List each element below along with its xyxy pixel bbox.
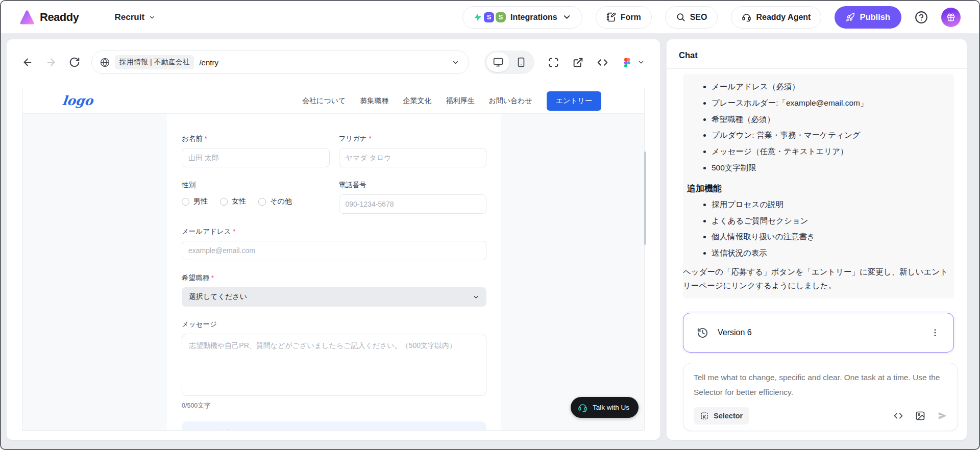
publish-label: Publish — [860, 12, 890, 22]
preview-toolbar: 採用情報 | 不動産会社 /entry — [22, 51, 645, 74]
readdy-logo-icon — [19, 10, 35, 25]
readdy-logo[interactable]: Readdy — [19, 10, 79, 25]
talk-with-us-button[interactable]: Talk with Us — [571, 397, 639, 418]
integrations-icons: S S — [473, 12, 506, 22]
open-external-icon[interactable] — [573, 57, 583, 68]
chevron-down-icon — [562, 12, 572, 22]
headset-icon — [578, 403, 587, 412]
furigana-label: フリガナ * — [339, 134, 487, 143]
chevron-down-icon[interactable] — [452, 59, 459, 66]
list-item: 希望職種（必須） — [712, 113, 954, 126]
talk-with-us-label: Talk with Us — [593, 404, 629, 411]
attach-image-icon[interactable] — [915, 411, 925, 421]
smartphone-icon — [516, 57, 526, 67]
job-label: 希望職種 * — [182, 273, 486, 283]
message-textarea[interactable] — [182, 334, 486, 396]
privacy-title: 個人情報の取り扱いについて — [204, 429, 476, 430]
site-nav-contact[interactable]: お問い合わせ — [488, 96, 532, 106]
list-item: 送信状況の表示 — [712, 247, 954, 260]
mobile-view-button[interactable] — [509, 53, 532, 72]
main-area: 採用情報 | 不動産会社 /entry — [1, 34, 979, 448]
selector-label: Selector — [714, 412, 743, 420]
email-label: メールアドレス * — [182, 227, 486, 236]
publish-button[interactable]: Publish — [835, 6, 901, 29]
integrations-label: Integrations — [510, 13, 557, 22]
gender-male-radio[interactable]: 男性 — [182, 197, 208, 206]
globe-icon — [100, 58, 110, 67]
project-switcher[interactable]: Recruit — [114, 12, 156, 22]
gender-other-radio[interactable]: その他 — [258, 197, 292, 206]
page-title-badge: 採用情報 | 不動産会社 — [115, 55, 194, 69]
site-nav-culture[interactable]: 企業文化 — [403, 96, 431, 106]
topbar-actions: S S Integrations Form SEO — [462, 6, 961, 29]
gift-icon — [946, 13, 955, 22]
site-body: お名前 * フリガナ * 性別 — [22, 114, 644, 430]
lightning-icon — [473, 13, 482, 22]
list-item: メールアドレス（必須） — [712, 81, 954, 93]
phone-label: 電話番号 — [339, 181, 487, 190]
form-label: Form — [621, 13, 641, 22]
site-nav: 会社について 募集職種 企業文化 福利厚生 お問い合わせ — [302, 96, 532, 106]
chat-panel: Chat メールアドレス（必須） プレースホルダー:「example@email… — [666, 39, 967, 440]
name-input[interactable] — [182, 148, 330, 167]
help-icon[interactable] — [915, 11, 928, 24]
seo-button[interactable]: SEO — [665, 6, 718, 29]
site-nav-about[interactable]: 会社について — [302, 96, 346, 106]
site-nav-benefits[interactable]: 福利厚生 — [446, 96, 474, 106]
preview-panel: 採用情報 | 不動産会社 /entry — [6, 39, 660, 440]
site-entry-button[interactable]: エントリー — [547, 91, 601, 111]
attach-code-icon[interactable] — [893, 411, 903, 421]
phone-input[interactable] — [339, 194, 487, 214]
composer-icons — [893, 411, 947, 421]
feature-list-1: メールアドレス（必須） プレースホルダー:「example@email.com」… — [683, 81, 954, 174]
project-name: Recruit — [114, 12, 144, 22]
site-nav-jobs[interactable]: 募集職種 — [360, 96, 388, 106]
email-input[interactable] — [182, 241, 486, 260]
job-select[interactable]: 選択してください — [182, 287, 486, 307]
job-select-value: 選択してください — [189, 292, 247, 302]
gender-female-radio[interactable]: 女性 — [220, 197, 246, 206]
furigana-input[interactable] — [339, 148, 487, 167]
monitor-icon — [493, 57, 503, 67]
search-icon — [676, 12, 685, 22]
figma-icon[interactable] — [622, 57, 632, 68]
chevron-down-icon[interactable] — [638, 59, 645, 66]
integrations-button[interactable]: S S Integrations — [462, 6, 582, 29]
rewards-avatar-button[interactable] — [941, 8, 961, 27]
privacy-notice: 個人情報の取り扱いについて ご入力いただいた個人情報は、採用選考の目的のみに使用… — [182, 421, 486, 430]
version-card[interactable]: Version 6 — [683, 313, 954, 353]
shopify-icon: S — [496, 12, 506, 22]
desktop-view-button[interactable] — [486, 53, 509, 72]
reload-icon[interactable] — [69, 57, 80, 68]
site-header: logo 会社について 募集職種 企業文化 福利厚生 お問い合わせ エントリー — [22, 88, 644, 114]
headset-icon — [742, 12, 751, 22]
chat-title: Chat — [667, 39, 967, 69]
chat-input[interactable] — [694, 370, 947, 402]
forward-icon[interactable] — [45, 57, 57, 68]
composer-toolbar: Selector — [694, 407, 947, 424]
site-preview: logo 会社について 募集職種 企業文化 福利厚生 お問い合わせ エントリー — [22, 88, 645, 431]
brand-name: Readdy — [40, 11, 79, 24]
chat-composer: Selector — [683, 363, 958, 431]
list-item: 採用プロセスの説明 — [712, 198, 954, 211]
site-logo[interactable]: logo — [61, 93, 93, 108]
name-label: お名前 * — [182, 134, 330, 143]
selector-button[interactable]: Selector — [694, 407, 749, 424]
assistant-message: メールアドレス（必須） プレースホルダー:「example@email.com」… — [683, 74, 954, 298]
kebab-menu-icon[interactable] — [930, 328, 940, 338]
send-icon[interactable] — [937, 411, 947, 421]
selector-icon — [700, 412, 709, 420]
back-icon[interactable] — [22, 57, 33, 68]
url-bar[interactable]: 採用情報 | 不動産会社 /entry — [91, 51, 469, 74]
fullscreen-icon[interactable] — [548, 57, 559, 68]
form-button[interactable]: Form — [596, 6, 652, 29]
preview-scrollbar[interactable] — [644, 152, 646, 245]
seo-label: SEO — [690, 13, 707, 22]
code-view-icon[interactable] — [597, 57, 608, 68]
list-item: 500文字制限 — [712, 162, 954, 174]
message-closing: ヘッダーの「応募する」ボタンを「エントリー」に変更し、新しいエントリーページにリ… — [683, 265, 954, 292]
chevron-down-icon — [149, 14, 156, 21]
entry-form: お名前 * フリガナ * 性別 — [167, 114, 501, 430]
readdy-agent-button[interactable]: Readdy Agent — [731, 6, 821, 29]
form-icon — [606, 12, 616, 22]
